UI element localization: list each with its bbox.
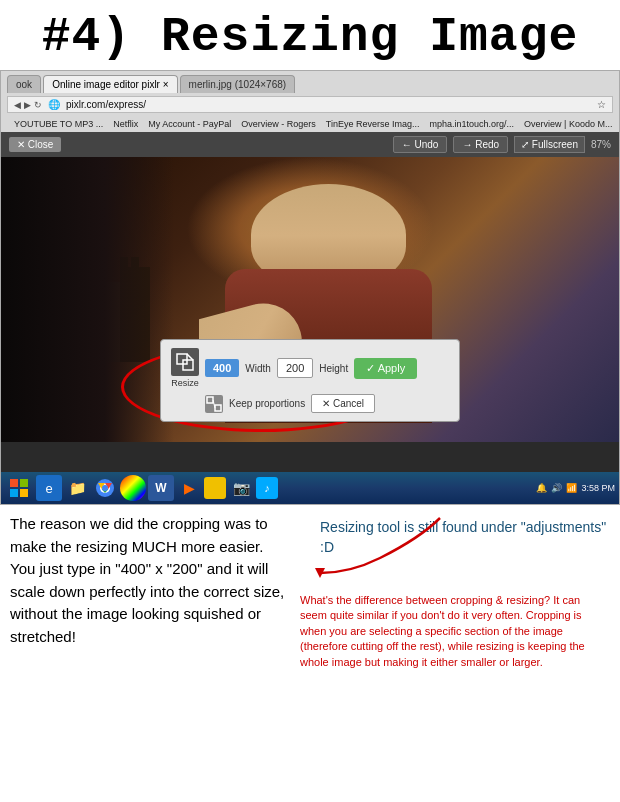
svg-rect-21 bbox=[20, 489, 28, 497]
address-text[interactable]: pixlr.com/express/ bbox=[66, 99, 591, 110]
content-area: The reason we did the cropping was to ma… bbox=[0, 505, 620, 678]
chrome-icon[interactable] bbox=[92, 475, 118, 501]
close-button[interactable]: ✕ Close bbox=[9, 137, 61, 152]
dark-left bbox=[1, 157, 174, 442]
width-label: Width bbox=[245, 363, 271, 374]
width-value[interactable]: 400 bbox=[205, 359, 239, 377]
browser-chrome: ook Online image editor pixlr × merlin.j… bbox=[1, 71, 619, 132]
taskbar-network: 📶 bbox=[566, 483, 577, 493]
address-favicon: 🌐 bbox=[48, 99, 60, 110]
svg-rect-15 bbox=[207, 397, 213, 403]
height-label: Height bbox=[319, 363, 348, 374]
red-arrow-svg bbox=[300, 508, 460, 578]
star-icon[interactable]: ☆ bbox=[597, 99, 606, 110]
bookmark-netflix[interactable]: Netflix bbox=[110, 118, 141, 130]
resize-icon bbox=[171, 348, 199, 376]
fullscreen-button[interactable]: ⤢ Fullscreen bbox=[514, 136, 585, 153]
resize-tab-label: Resize bbox=[171, 378, 199, 388]
refresh-icon[interactable]: ↻ bbox=[34, 100, 42, 110]
editor-area: ✕ Close ← Undo → Redo ⤢ Fullscreen 87% bbox=[1, 132, 619, 472]
svg-point-24 bbox=[102, 485, 108, 491]
svg-line-14 bbox=[187, 354, 193, 360]
resize-panel: Resize 400 Width 200 Height ✓ Apply Keep… bbox=[160, 339, 460, 422]
bookmark-paypal[interactable]: My Account - PayPal bbox=[145, 118, 234, 130]
taskbar-time: 3:58 PM bbox=[581, 483, 615, 493]
redo-button[interactable]: → Redo bbox=[453, 136, 508, 153]
word-icon[interactable]: W bbox=[148, 475, 174, 501]
svg-line-17 bbox=[213, 400, 215, 408]
resize-icon-area: Resize bbox=[171, 348, 199, 388]
folder-icon[interactable]: 📁 bbox=[64, 475, 90, 501]
yellow-icon[interactable] bbox=[204, 477, 226, 499]
taskbar-right: 🔔 🔊 📶 3:58 PM bbox=[536, 483, 615, 493]
undo-button[interactable]: ← Undo bbox=[393, 136, 448, 153]
svg-rect-18 bbox=[10, 479, 18, 487]
browser-tabs: ook Online image editor pixlr × merlin.j… bbox=[7, 75, 613, 93]
taskbar-notification: 🔔 bbox=[536, 483, 547, 493]
page-title: #4) Resizing Image bbox=[0, 0, 620, 70]
taskbar-icons: e 📁 W ▶ 📷 ♪ bbox=[36, 475, 533, 501]
tab-merlin[interactable]: merlin.jpg (1024×768) bbox=[180, 75, 296, 93]
bookmarks-bar: YOUTUBE TO MP3 ... Netflix My Account - … bbox=[7, 116, 613, 132]
colorpicker-icon[interactable] bbox=[120, 475, 146, 501]
bookmark-mpha[interactable]: mpha.in1touch.org/... bbox=[426, 118, 517, 130]
music-icon[interactable]: ♪ bbox=[256, 477, 278, 499]
browser-window: ook Online image editor pixlr × merlin.j… bbox=[0, 70, 620, 505]
svg-rect-16 bbox=[215, 405, 221, 411]
tab-pixlr[interactable]: Online image editor pixlr × bbox=[43, 75, 177, 93]
forward-icon[interactable]: ▶ bbox=[24, 100, 31, 110]
svg-rect-19 bbox=[20, 479, 28, 487]
bookmark-youtube[interactable]: YOUTUBE TO MP3 ... bbox=[11, 118, 106, 130]
back-icon[interactable]: ◀ bbox=[14, 100, 21, 110]
nav-buttons: ◀ ▶ ↻ bbox=[14, 100, 42, 110]
bookmark-koodo[interactable]: Overview | Koodo M... bbox=[521, 118, 613, 130]
svg-rect-13 bbox=[183, 360, 193, 370]
svg-rect-12 bbox=[177, 354, 187, 364]
content-right: Resizing tool is still found under "adju… bbox=[300, 513, 610, 670]
content-left: The reason we did the cropping was to ma… bbox=[10, 513, 290, 670]
proportions-row: Keep proportions ✕ Cancel bbox=[171, 394, 449, 413]
resize-top-row: Resize 400 Width 200 Height ✓ Apply bbox=[171, 348, 449, 388]
apply-button[interactable]: ✓ Apply bbox=[354, 358, 417, 379]
proportions-label: Keep proportions bbox=[229, 398, 305, 409]
proportions-icon bbox=[205, 395, 223, 413]
question-text: What's the difference between cropping &… bbox=[300, 593, 610, 670]
merlin-image: Resize 400 Width 200 Height ✓ Apply Keep… bbox=[1, 157, 619, 442]
tab-book[interactable]: ook bbox=[7, 75, 41, 93]
taskbar-sound: 🔊 bbox=[551, 483, 562, 493]
toolbar-left: ✕ Close bbox=[9, 137, 61, 152]
editor-toolbar: ✕ Close ← Undo → Redo ⤢ Fullscreen 87% bbox=[1, 132, 619, 157]
bookmark-rogers[interactable]: Overview - Rogers bbox=[238, 118, 319, 130]
media-icon[interactable]: ▶ bbox=[176, 475, 202, 501]
canvas-area: Resize 400 Width 200 Height ✓ Apply Keep… bbox=[1, 157, 619, 442]
toolbar-right: ← Undo → Redo ⤢ Fullscreen 87% bbox=[393, 136, 611, 153]
zoom-level: 87% bbox=[591, 139, 611, 150]
arrow-area: Resizing tool is still found under "adju… bbox=[300, 518, 610, 588]
cancel-button[interactable]: ✕ Cancel bbox=[311, 394, 375, 413]
start-button[interactable] bbox=[5, 475, 33, 501]
ie-icon[interactable]: e bbox=[36, 475, 62, 501]
bookmark-tineye[interactable]: TinEye Reverse Imag... bbox=[323, 118, 423, 130]
height-value[interactable]: 200 bbox=[277, 358, 313, 378]
svg-rect-20 bbox=[10, 489, 18, 497]
taskbar: e 📁 W ▶ 📷 ♪ 🔔 🔊 📶 3 bbox=[1, 472, 619, 504]
main-paragraph: The reason we did the cropping was to ma… bbox=[10, 513, 290, 648]
camera-icon[interactable]: 📷 bbox=[228, 475, 254, 501]
address-bar[interactable]: ◀ ▶ ↻ 🌐 pixlr.com/express/ ☆ bbox=[7, 96, 613, 113]
